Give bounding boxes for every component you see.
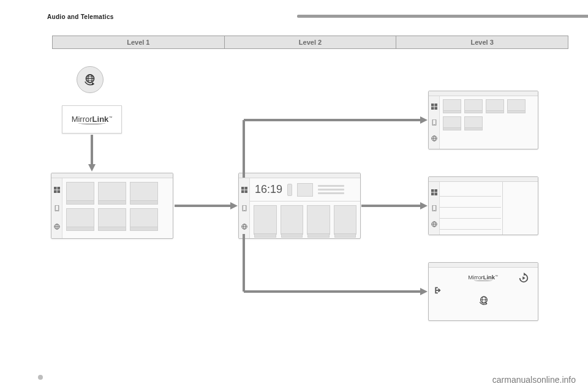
phone-icon bbox=[54, 205, 60, 211]
list-item bbox=[440, 186, 501, 197]
svg-rect-7 bbox=[58, 187, 60, 189]
app-tile bbox=[66, 182, 94, 203]
shortcut-tile bbox=[281, 205, 304, 235]
svg-rect-17 bbox=[241, 190, 244, 193]
app-tile bbox=[66, 208, 94, 229]
svg-rect-9 bbox=[58, 190, 60, 193]
shortcut-tile bbox=[254, 205, 277, 235]
level3-mirrorlink-screen: MirrorLink™ bbox=[428, 262, 538, 321]
level2-bottom-row bbox=[250, 202, 360, 238]
svg-rect-33 bbox=[431, 189, 434, 192]
level2-sidebar bbox=[239, 178, 250, 238]
svg-marker-52 bbox=[230, 202, 238, 209]
grid-icon bbox=[241, 187, 247, 193]
app-tile bbox=[130, 208, 158, 229]
svg-rect-24 bbox=[431, 104, 434, 106]
grid-icon bbox=[431, 104, 437, 110]
svg-rect-25 bbox=[435, 104, 437, 106]
svg-rect-35 bbox=[431, 193, 434, 195]
svg-rect-34 bbox=[435, 189, 437, 192]
globe-arrow-icon bbox=[477, 293, 491, 311]
globe-icon bbox=[431, 135, 437, 141]
globe-icon bbox=[431, 221, 437, 227]
manual-page: Audio and Telematics Level 1 Level 2 Lev… bbox=[0, 0, 588, 392]
globe-icon bbox=[54, 224, 60, 230]
level2-screen: 16:19 bbox=[238, 173, 361, 239]
svg-marker-60 bbox=[420, 288, 428, 295]
clock-time: 16:19 bbox=[255, 183, 282, 196]
grid-icon bbox=[54, 187, 60, 193]
header-divider-bar bbox=[297, 15, 588, 18]
svg-rect-26 bbox=[431, 107, 434, 110]
svg-marker-55 bbox=[420, 116, 428, 124]
exit-icon bbox=[432, 286, 441, 297]
app-tile bbox=[98, 208, 126, 229]
mirrorlink-logo-text: MirrorLink™ bbox=[72, 115, 113, 124]
svg-rect-16 bbox=[245, 187, 247, 189]
play-refresh-icon bbox=[518, 273, 529, 286]
app-tile-grid bbox=[62, 178, 173, 235]
grid-icon bbox=[431, 189, 437, 195]
svg-rect-36 bbox=[435, 193, 437, 195]
svg-marker-50 bbox=[88, 164, 96, 172]
connected-services-icon bbox=[77, 66, 104, 93]
shortcut-tile bbox=[334, 205, 357, 235]
level1-sidebar bbox=[51, 178, 62, 238]
level1-screen bbox=[51, 173, 173, 239]
svg-rect-15 bbox=[241, 187, 244, 189]
shortcut-tile bbox=[307, 205, 330, 235]
phone-icon bbox=[241, 205, 247, 211]
list-item bbox=[440, 197, 501, 208]
phone-icon bbox=[431, 119, 437, 126]
list-item bbox=[440, 219, 501, 230]
app-tile bbox=[130, 182, 158, 203]
level-header-row: Level 1 Level 2 Level 3 bbox=[52, 36, 568, 49]
level3-list-screen bbox=[428, 176, 538, 235]
globe-icon bbox=[241, 224, 247, 230]
level3-apps-screen bbox=[428, 91, 538, 149]
section-title: Audio and Telematics bbox=[47, 13, 114, 20]
level-2-header: Level 2 bbox=[225, 36, 397, 49]
svg-rect-18 bbox=[245, 190, 247, 193]
app-tile bbox=[98, 182, 126, 203]
page-indicator-dot bbox=[38, 375, 43, 380]
level-1-header: Level 1 bbox=[52, 36, 225, 49]
watermark-text: carmanualsonline.info bbox=[492, 375, 576, 385]
svg-rect-27 bbox=[435, 107, 437, 110]
status-chip bbox=[287, 184, 292, 196]
level-3-header: Level 3 bbox=[396, 36, 568, 49]
svg-rect-6 bbox=[54, 187, 56, 189]
svg-marker-44 bbox=[522, 276, 526, 279]
info-lines bbox=[318, 185, 355, 194]
level1-body bbox=[62, 178, 173, 238]
svg-marker-57 bbox=[420, 202, 428, 209]
list-item bbox=[440, 208, 501, 219]
thumbnail-box bbox=[297, 183, 313, 197]
svg-rect-8 bbox=[54, 190, 56, 193]
mirrorlink-card: MirrorLink™ bbox=[62, 105, 122, 134]
svg-marker-43 bbox=[524, 273, 526, 276]
level2-header-area: 16:19 bbox=[250, 178, 360, 202]
svg-marker-48 bbox=[486, 302, 487, 305]
phone-icon bbox=[431, 205, 437, 211]
mirrorlink-logo-small: MirrorLink™ bbox=[468, 274, 498, 281]
globe-arrow-icon bbox=[82, 72, 98, 88]
